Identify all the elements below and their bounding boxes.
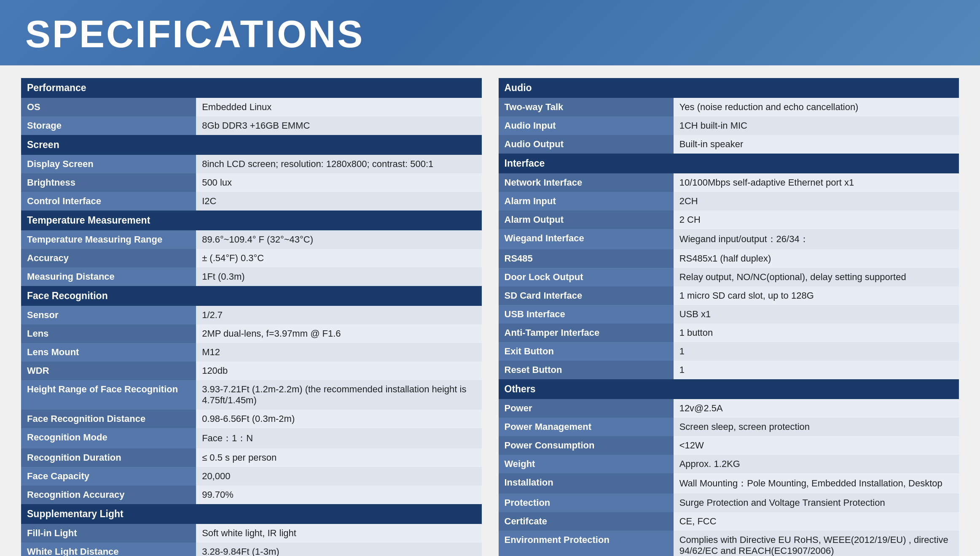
table-row: WDR120db: [21, 362, 482, 380]
row-value: 3.93-7.21Ft (1.2m-2.2m) (the recommended…: [196, 380, 481, 410]
row-label: Lens Mount: [21, 343, 196, 362]
row-label: Height Range of Face Recognition: [21, 380, 196, 410]
table-row: Exit Button1: [499, 342, 959, 361]
table-row: Environment ProtectionComplies with Dire…: [499, 531, 959, 556]
row-label: Recognition Duration: [21, 448, 196, 467]
row-label: Reset Button: [499, 361, 674, 379]
row-label: Installation: [499, 473, 674, 494]
table-row: Temperature Measuring Range89.6°~109.4° …: [21, 230, 482, 249]
row-label: Door Lock Output: [499, 268, 674, 286]
row-value: 1: [674, 361, 959, 379]
section-header-row: Screen: [21, 135, 482, 155]
row-value: 1: [674, 342, 959, 361]
row-value: Embedded Linux: [196, 98, 481, 116]
row-label: Accuracy: [21, 249, 196, 267]
table-row: Lens MountM12: [21, 343, 482, 362]
row-label: Exit Button: [499, 342, 674, 361]
section-header-row: Supplementary Light: [21, 504, 482, 524]
table-row: Alarm Output2 CH: [499, 211, 959, 229]
row-label: Power Management: [499, 418, 674, 436]
row-label: Temperature Measuring Range: [21, 230, 196, 249]
row-label: Sensor: [21, 306, 196, 324]
section-header-cell: Supplementary Light: [21, 504, 482, 524]
row-value: 1/2.7: [196, 306, 481, 324]
row-value: Wiegand input/output：26/34：: [674, 229, 959, 249]
row-label: Wiegand Interface: [499, 229, 674, 249]
row-value: I2C: [196, 192, 481, 211]
row-value: CE, FCC: [674, 512, 959, 531]
row-value: M12: [196, 343, 481, 362]
row-value: 10/100Mbps self-adaptive Ethernet port x…: [674, 173, 959, 192]
section-header-cell: Temperature Measurement: [21, 211, 482, 230]
table-row: InstallationWall Mounting：Pole Mounting,…: [499, 473, 959, 494]
table-row: RS485RS485x1 (half duplex): [499, 249, 959, 268]
row-label: SD Card Interface: [499, 286, 674, 305]
table-row: Power ManagementScreen sleep, screen pro…: [499, 418, 959, 436]
page-title: SPECIFICATIONS: [25, 13, 364, 56]
row-label: Face Recognition Distance: [21, 410, 196, 428]
row-value: 20,000: [196, 467, 481, 486]
row-value: 12v@2.5A: [674, 399, 959, 418]
row-label: OS: [21, 98, 196, 116]
table-row: Fill-in LightSoft white light, IR light: [21, 524, 482, 543]
row-value: 1 micro SD card slot, up to 128G: [674, 286, 959, 305]
row-label: Protection: [499, 494, 674, 512]
row-label: Alarm Output: [499, 211, 674, 229]
row-value: Screen sleep, screen protection: [674, 418, 959, 436]
row-value: 500 lux: [196, 173, 481, 192]
table-row: White Light Distance3.28-9.84Ft (1-3m): [21, 543, 482, 556]
row-label: Weight: [499, 455, 674, 473]
left-table-container: PerformanceOSEmbedded LinuxStorage8Gb DD…: [21, 78, 482, 543]
table-row: Storage8Gb DDR3 +16GB EMMC: [21, 116, 482, 135]
row-label: Recognition Mode: [21, 428, 196, 448]
row-label: Audio Input: [499, 116, 674, 135]
row-label: Face Capacity: [21, 467, 196, 486]
row-value: Built-in speaker: [674, 135, 959, 154]
table-row: Face Recognition Distance0.98-6.56Ft (0.…: [21, 410, 482, 428]
table-row: Control InterfaceI2C: [21, 192, 482, 211]
row-label: RS485: [499, 249, 674, 268]
row-value: USB x1: [674, 305, 959, 324]
section-header-row: Interface: [499, 154, 959, 173]
table-row: OSEmbedded Linux: [21, 98, 482, 116]
row-value: Relay output, NO/NC(optional), delay set…: [674, 268, 959, 286]
table-row: Lens2MP dual-lens, f=3.97mm @ F1.6: [21, 324, 482, 343]
row-label: Measuring Distance: [21, 267, 196, 286]
section-header-cell: Performance: [21, 78, 482, 98]
row-value: 3.28-9.84Ft (1-3m): [196, 543, 481, 556]
row-value: RS485x1 (half duplex): [674, 249, 959, 268]
section-header-row: Audio: [499, 78, 959, 98]
row-label: WDR: [21, 362, 196, 380]
table-row: Power12v@2.5A: [499, 399, 959, 418]
row-label: Two-way Talk: [499, 98, 674, 116]
row-label: Anti-Tamper Interface: [499, 324, 674, 342]
table-row: Display Screen8inch LCD screen; resoluti…: [21, 155, 482, 173]
row-value: 1Ft (0.3m): [196, 267, 481, 286]
row-value: 99.70%: [196, 486, 481, 504]
row-label: Recognition Accuracy: [21, 486, 196, 504]
row-label: Audio Output: [499, 135, 674, 154]
table-row: Brightness500 lux: [21, 173, 482, 192]
row-label: Power: [499, 399, 674, 418]
table-row: Power Consumption<12W: [499, 436, 959, 455]
row-label: Brightness: [21, 173, 196, 192]
row-value: 89.6°~109.4° F (32°~43°C): [196, 230, 481, 249]
content-area: PerformanceOSEmbedded LinuxStorage8Gb DD…: [0, 65, 980, 556]
table-row: Audio OutputBuilt-in speaker: [499, 135, 959, 154]
table-row: Two-way TalkYes (noise reduction and ech…: [499, 98, 959, 116]
row-label: White Light Distance: [21, 543, 196, 556]
section-header-cell: Others: [499, 379, 959, 399]
section-header-cell: Audio: [499, 78, 959, 98]
row-value: 2CH: [674, 192, 959, 211]
row-label: Power Consumption: [499, 436, 674, 455]
table-row: Accuracy± (.54°F) 0.3°C: [21, 249, 482, 267]
table-row: ProtectionSurge Protection and Voltage T…: [499, 494, 959, 512]
table-row: Recognition ModeFace：1：N: [21, 428, 482, 448]
table-row: WeightApprox. 1.2KG: [499, 455, 959, 473]
table-row: Network Interface10/100Mbps self-adaptiv…: [499, 173, 959, 192]
section-header-cell: Face Recognition: [21, 286, 482, 306]
row-value: 2 CH: [674, 211, 959, 229]
row-value: 0.98-6.56Ft (0.3m-2m): [196, 410, 481, 428]
row-label: Fill-in Light: [21, 524, 196, 543]
row-value: ± (.54°F) 0.3°C: [196, 249, 481, 267]
